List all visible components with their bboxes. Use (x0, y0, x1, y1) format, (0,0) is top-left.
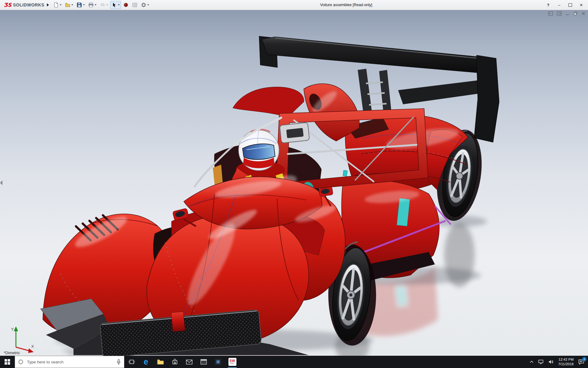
gear-icon (141, 2, 146, 8)
solidworks-wordmark: SOLIDWORKS (13, 2, 44, 7)
dropdown-caret (71, 4, 73, 6)
help-button[interactable]: ? (546, 2, 551, 7)
dropdown-caret (95, 4, 96, 6)
taskbar: e SW 2017 12:42 PM 7/11/2018 (0, 356, 588, 368)
cortana-circle-icon (18, 359, 24, 365)
pane-split-left-button[interactable] (548, 11, 553, 17)
pane-close-icon (581, 11, 586, 16)
network-icon (538, 359, 544, 364)
mail-button[interactable] (182, 356, 196, 368)
design-table-button[interactable] (131, 1, 139, 9)
view-orientation-label: *Dimetric (4, 351, 20, 355)
console-window-icon (200, 359, 207, 365)
save-button[interactable] (75, 1, 86, 9)
start-button[interactable] (0, 356, 15, 368)
network-button[interactable] (538, 359, 544, 364)
chevron-up-icon (530, 361, 533, 363)
dropdown-caret (83, 4, 85, 6)
notification-badge: 2 (582, 357, 586, 361)
pane-split-left-icon (548, 11, 553, 16)
pane-minimize-button[interactable] (565, 11, 570, 17)
mail-icon (186, 359, 193, 365)
open-folder-icon (65, 2, 70, 8)
console-window-button[interactable] (196, 356, 211, 368)
main-toolbar (52, 1, 150, 9)
graphics-viewport[interactable]: Y X *Dimetric (0, 10, 588, 356)
photos-app-button[interactable] (211, 356, 225, 368)
tray-expand-button[interactable] (530, 361, 533, 363)
model-canvas[interactable]: Y X (0, 10, 588, 356)
minimize-button[interactable]: – (557, 2, 562, 7)
task-view-button[interactable] (124, 356, 139, 368)
pane-split-right-icon (557, 11, 562, 16)
maximize-icon (568, 3, 572, 7)
titlebar: ƷS SOLIDWORKS (0, 0, 588, 10)
solidworks-app-button[interactable]: SW 2017 (225, 356, 239, 368)
clock-date: 7/11/2018 (558, 362, 574, 366)
search-input[interactable] (26, 359, 114, 365)
action-center-button[interactable]: 2 (578, 359, 584, 365)
design-table-icon (132, 2, 138, 8)
triad-y-label: Y (11, 327, 14, 332)
print-icon (88, 2, 94, 8)
pane-minimize-icon (565, 11, 570, 16)
save-icon (77, 2, 82, 8)
taskbar-apps: e SW 2017 (124, 356, 239, 368)
system-tray: 12:42 PM 7/11/2018 2 (530, 356, 588, 368)
clock-time: 12:42 PM (558, 357, 574, 362)
triad-x-label: X (31, 344, 34, 349)
close-button[interactable]: ✕ (579, 2, 584, 7)
taskbar-search[interactable] (15, 356, 124, 368)
edge-browser-button[interactable]: e (139, 356, 153, 368)
task-view-icon (128, 359, 135, 365)
pane-close-button[interactable] (581, 11, 586, 17)
file-explorer-icon (157, 359, 164, 365)
dropdown-caret (147, 4, 149, 6)
edge-icon: e (144, 358, 148, 366)
taskbar-clock[interactable]: 12:42 PM 7/11/2018 (558, 357, 574, 366)
new-document-icon (53, 2, 59, 8)
photos-app-icon (215, 358, 221, 365)
options-button[interactable] (140, 1, 150, 9)
file-explorer-button[interactable] (153, 356, 168, 368)
viewport-pane-controls (548, 11, 586, 17)
pane-split-right-button[interactable] (557, 11, 562, 17)
solidworks-brand: ƷS SOLIDWORKS (2, 2, 44, 8)
appearance-button[interactable] (122, 1, 130, 9)
dropdown-caret (118, 4, 120, 6)
undo-button[interactable] (99, 1, 109, 9)
store-button[interactable] (168, 356, 182, 368)
pane-restore-icon (573, 11, 578, 16)
solidworks-app-icon: SW 2017 (228, 358, 236, 366)
store-icon (172, 359, 178, 365)
microphone-icon[interactable] (116, 359, 121, 365)
select-cursor-icon (111, 2, 117, 8)
windows-logo-icon (5, 359, 10, 365)
appearance-sphere-icon (123, 2, 129, 8)
dropdown-caret (60, 4, 62, 6)
pane-restore-button[interactable] (573, 11, 578, 17)
dropdown-caret (106, 4, 108, 6)
screen: ƷS SOLIDWORKS (0, 0, 588, 368)
window-controls: ? – ✕ (542, 2, 586, 7)
print-button[interactable] (87, 1, 98, 9)
panel-collapse-arrow[interactable] (0, 180, 2, 185)
solidworks-logo-icon: ƷS (4, 2, 11, 8)
select-button[interactable] (110, 1, 121, 9)
volume-button[interactable] (548, 359, 554, 364)
new-document-button[interactable] (52, 1, 63, 9)
speaker-icon (548, 359, 554, 364)
orientation-triad: Y X (11, 326, 34, 353)
document-title: Voiture assemblee [Read-only] (320, 3, 372, 7)
maximize-button[interactable] (568, 2, 573, 7)
undo-icon (100, 2, 105, 8)
menu-expand-arrow-icon[interactable] (47, 3, 49, 6)
open-button[interactable] (64, 1, 74, 9)
